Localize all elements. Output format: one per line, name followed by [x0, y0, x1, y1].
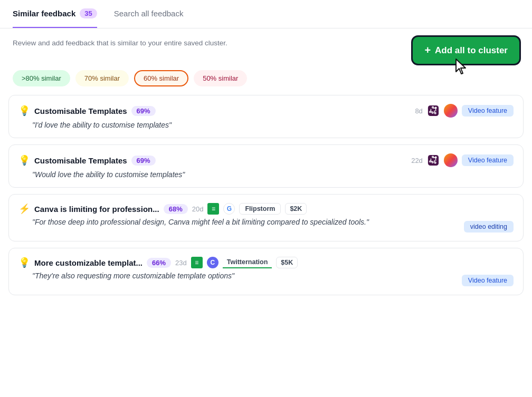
- avatar-1: [444, 104, 458, 118]
- money-tag-3: $2K: [285, 203, 307, 215]
- bulb-icon-2: 💡: [18, 154, 30, 166]
- card-3-quote: "For those deep into professional design…: [18, 218, 458, 226]
- filter-80-percent[interactable]: >80% similar: [13, 70, 70, 86]
- feedback-card-2: 💡 Customisable Templates 69% 22d Video f…: [8, 144, 524, 188]
- card-1-top: 💡 Customisable Templates 69% 8d Video fe…: [18, 104, 514, 118]
- card-3-age: 20d: [192, 205, 204, 213]
- card-4-tag: Video feature: [462, 275, 514, 286]
- card-4-title: More customizable templat...: [34, 258, 142, 267]
- subtitle-text: Review and add feedback that is similar …: [13, 39, 227, 47]
- tab-search-all-feedback[interactable]: Search all feedback: [114, 1, 184, 27]
- sheets-icon-3: ≡: [207, 203, 219, 215]
- card-2-right: 22d Video feature: [411, 153, 514, 167]
- card-3-title: Canva is limiting for profession...: [34, 205, 159, 214]
- slack-icon-2: [427, 154, 440, 167]
- filter-row: >80% similar 70% similar 60% similar 50%…: [0, 70, 532, 95]
- filter-50-percent[interactable]: 50% similar: [194, 70, 247, 86]
- card-3-similarity: 68%: [164, 204, 188, 214]
- card-4-similarity: 66%: [147, 258, 171, 268]
- feedback-card-4: 💡 More customizable templat... 66% 23d ≡…: [8, 248, 524, 295]
- card-4-left: 💡 More customizable templat... 66% 23d ≡…: [18, 257, 298, 268]
- card-2-tag: Video feature: [462, 154, 514, 166]
- add-all-button-label: Add all to cluster: [435, 45, 508, 56]
- card-4-age: 23d: [175, 259, 187, 267]
- feedback-card-3: ⚡ Canva is limiting for profession... 68…: [8, 194, 524, 241]
- header-row: Review and add feedback that is similar …: [0, 28, 532, 70]
- google-icon-3: G: [223, 203, 235, 215]
- add-all-to-cluster-button[interactable]: + Add all to cluster: [413, 37, 519, 64]
- tab-similar-feedback[interactable]: Similar feedback 35: [13, 0, 97, 28]
- card-3-left: ⚡ Canva is limiting for profession... 68…: [18, 203, 307, 215]
- card-1-left: 💡 Customisable Templates 69%: [18, 105, 156, 117]
- card-2-left: 💡 Customisable Templates 69%: [18, 154, 156, 166]
- card-1-tag: Video feature: [462, 105, 514, 117]
- header-text: Review and add feedback that is similar …: [13, 37, 227, 47]
- similar-feedback-tab-label: Similar feedback: [13, 9, 75, 18]
- filter-80-label: >80% similar: [22, 74, 61, 82]
- filter-70-percent[interactable]: 70% similar: [75, 70, 129, 86]
- bulb-icon-1: 💡: [18, 105, 30, 117]
- card-2-similarity: 69%: [131, 156, 156, 166]
- main-container: Similar feedback 35 Search all feedback …: [0, 0, 532, 302]
- avatar-2: [444, 153, 458, 167]
- filter-70-label: 70% similar: [84, 74, 120, 82]
- card-1-right: 8d Video feature: [415, 104, 514, 118]
- feedback-cards-list: 💡 Customisable Templates 69% 8d Video fe…: [0, 95, 532, 302]
- card-1-title: Customisable Templates: [34, 106, 127, 115]
- card-3-tag: video editing: [464, 221, 514, 233]
- lightning-icon-3: ⚡: [18, 203, 30, 215]
- card-1-quote: "I'd love the ability to customise templ…: [18, 121, 514, 129]
- bulb-icon-4: 💡: [18, 257, 30, 268]
- card-1-similarity: 69%: [131, 106, 156, 116]
- card-4-top: 💡 More customizable templat... 66% 23d ≡…: [18, 257, 514, 268]
- filter-50-label: 50% similar: [203, 74, 238, 82]
- filter-60-label: 60% similar: [144, 74, 179, 82]
- slack-icon-1: [427, 104, 440, 117]
- similar-feedback-count: 35: [80, 8, 97, 18]
- card-2-age: 22d: [411, 157, 423, 164]
- search-all-feedback-label: Search all feedback: [114, 9, 184, 18]
- feedback-card-1: 💡 Customisable Templates 69% 8d Video fe…: [8, 95, 524, 138]
- company-tag-3: Flipstorm: [239, 203, 281, 215]
- c-icon-4: C: [207, 257, 218, 268]
- company-tag-4: Twitternation: [223, 257, 272, 268]
- card-1-age: 8d: [415, 107, 422, 115]
- card-2-top: 💡 Customisable Templates 69% 22d Video f…: [18, 153, 514, 167]
- filter-60-percent[interactable]: 60% similar: [134, 70, 188, 86]
- tab-bar: Similar feedback 35 Search all feedback: [0, 0, 532, 28]
- card-3-top: ⚡ Canva is limiting for profession... 68…: [18, 203, 514, 215]
- card-2-title: Customisable Templates: [34, 156, 127, 165]
- plus-icon: +: [424, 44, 431, 56]
- money-tag-4: $5K: [276, 257, 298, 268]
- sheets-icon-4: ≡: [191, 257, 203, 268]
- card-2-quote: "Would love the ability to customise tem…: [18, 170, 514, 179]
- card-4-quote: "They're also requesting more customizab…: [18, 272, 455, 280]
